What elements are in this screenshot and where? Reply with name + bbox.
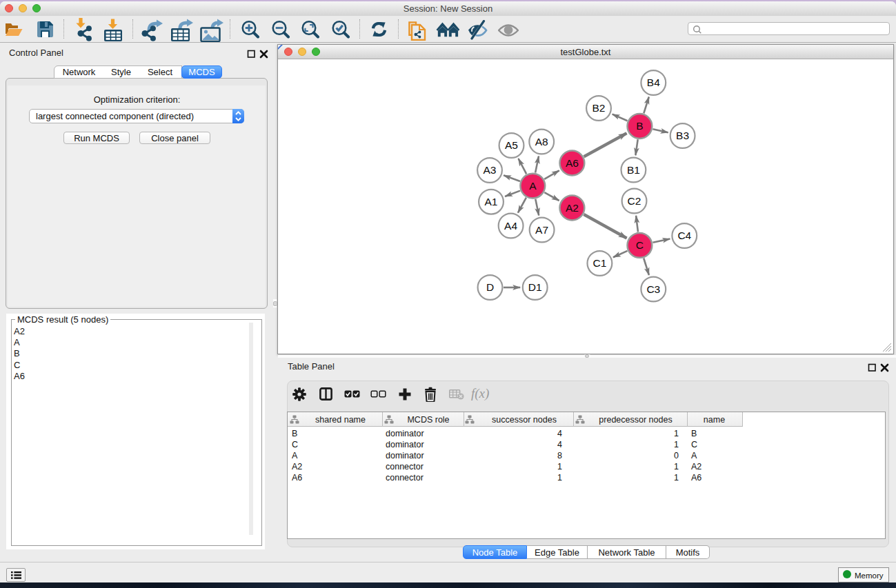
svg-text:D: D bbox=[486, 281, 494, 293]
svg-text:C: C bbox=[636, 239, 644, 251]
svg-text:D1: D1 bbox=[528, 281, 542, 293]
svg-text:A8: A8 bbox=[535, 136, 548, 148]
svg-text:A1: A1 bbox=[485, 196, 498, 207]
svg-text:A4: A4 bbox=[504, 220, 517, 232]
svg-text:B4: B4 bbox=[647, 77, 660, 88]
svg-text:A7: A7 bbox=[535, 224, 548, 236]
svg-text:B3: B3 bbox=[676, 130, 689, 141]
svg-text:A5: A5 bbox=[505, 139, 518, 151]
svg-text:A2: A2 bbox=[566, 202, 579, 214]
svg-text:A3: A3 bbox=[484, 164, 497, 176]
svg-text:A: A bbox=[529, 180, 537, 192]
svg-text:C3: C3 bbox=[646, 283, 660, 295]
svg-text:B: B bbox=[636, 120, 643, 132]
svg-text:B2: B2 bbox=[593, 102, 606, 114]
svg-text:C1: C1 bbox=[593, 257, 606, 269]
svg-text:C4: C4 bbox=[677, 230, 691, 241]
svg-text:A6: A6 bbox=[566, 157, 579, 169]
svg-text:B1: B1 bbox=[627, 164, 640, 176]
svg-text:C2: C2 bbox=[628, 195, 641, 207]
